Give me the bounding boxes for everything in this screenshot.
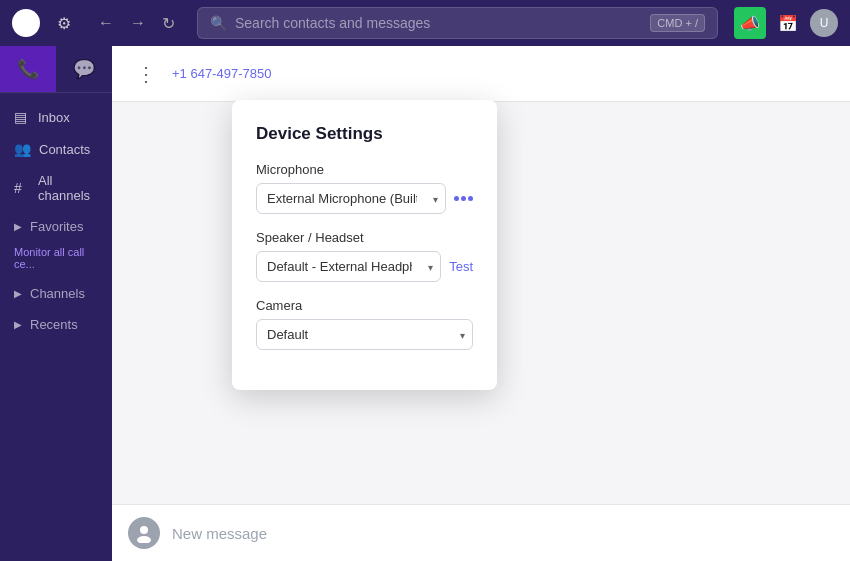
chevron-right-icon: ▶ [14, 221, 22, 232]
calendar-button[interactable]: 📅 [772, 7, 804, 39]
back-button[interactable]: ← [92, 10, 120, 37]
speaker-select[interactable]: Default - External Headphone...DefaultBu… [256, 251, 441, 282]
device-settings-modal: Device Settings Microphone External Micr… [232, 100, 497, 390]
modal-title: Device Settings [256, 124, 473, 144]
microphone-select-wrapper: External Microphone (Built-in)DefaultBui… [256, 183, 446, 214]
topbar-actions: 📣 📅 U [734, 7, 838, 39]
sidebar-item-inbox[interactable]: ▤ Inbox [0, 101, 112, 133]
search-input[interactable] [235, 15, 642, 31]
sidebar-tab-phone[interactable]: 📞 [0, 46, 56, 92]
inbox-icon: ▤ [14, 109, 30, 125]
sidebar-item-label: Inbox [38, 110, 70, 125]
search-bar: 🔍 CMD + / [197, 7, 718, 39]
sidebar-section-channels[interactable]: ▶ Channels [0, 278, 112, 309]
content-area: ⋮ +1 647-497-7850 New message Device Set… [112, 46, 850, 561]
sidebar-item-label: All channels [38, 173, 98, 203]
camera-select[interactable]: DefaultFaceTime HD CameraNone [256, 319, 473, 350]
user-avatar-button[interactable]: U [810, 9, 838, 37]
sidebar-nav: ▤ Inbox 👥 Contacts # All channels ▶ Favo… [0, 93, 112, 561]
test-speaker-link[interactable]: Test [449, 259, 473, 274]
sidebar-section-label: Channels [30, 286, 85, 301]
speaker-label: Speaker / Headset [256, 230, 473, 245]
sidebar: 📞 💬 ▤ Inbox 👥 Contacts # All channels ▶ … [0, 46, 112, 561]
app-logo [12, 9, 40, 37]
microphone-select[interactable]: External Microphone (Built-in)DefaultBui… [256, 183, 446, 214]
nav-controls: ← → ↻ [92, 10, 181, 37]
main-layout: 📞 💬 ▤ Inbox 👥 Contacts # All channels ▶ … [0, 46, 850, 561]
sidebar-item-all-channels[interactable]: # All channels [0, 165, 112, 211]
microphone-row: External Microphone (Built-in)DefaultBui… [256, 183, 473, 214]
sidebar-section-label: Favorites [30, 219, 83, 234]
settings-button[interactable]: ⚙ [48, 7, 80, 39]
camera-label: Camera [256, 298, 473, 313]
refresh-button[interactable]: ↻ [156, 10, 181, 37]
chevron-right-icon: ▶ [14, 319, 22, 330]
forward-button[interactable]: → [124, 10, 152, 37]
camera-row: DefaultFaceTime HD CameraNone ▾ [256, 319, 473, 350]
camera-select-wrapper: DefaultFaceTime HD CameraNone ▾ [256, 319, 473, 350]
hash-icon: # [14, 180, 30, 196]
topbar: ⚙ ← → ↻ 🔍 CMD + / 📣 📅 U [0, 0, 850, 46]
speaker-row: Default - External Headphone...DefaultBu… [256, 251, 473, 282]
message-icon: 💬 [73, 58, 95, 80]
monitor-link[interactable]: Monitor all call ce... [0, 242, 112, 278]
sidebar-tab-messages[interactable]: 💬 [56, 46, 112, 92]
search-icon: 🔍 [210, 15, 227, 31]
keyboard-shortcut: CMD + / [650, 14, 705, 32]
sidebar-item-contacts[interactable]: 👥 Contacts [0, 133, 112, 165]
contacts-icon: 👥 [14, 141, 31, 157]
sidebar-section-label: Recents [30, 317, 78, 332]
phone-icon: 📞 [17, 58, 39, 80]
modal-overlay: Device Settings Microphone External Micr… [112, 46, 850, 561]
sidebar-tabs: 📞 💬 [0, 46, 112, 93]
speaker-select-wrapper: Default - External Headphone...DefaultBu… [256, 251, 441, 282]
sidebar-section-favorites[interactable]: ▶ Favorites [0, 211, 112, 242]
microphone-options-dots[interactable] [454, 196, 473, 201]
sidebar-item-label: Contacts [39, 142, 90, 157]
sidebar-section-recents[interactable]: ▶ Recents [0, 309, 112, 340]
microphone-label: Microphone [256, 162, 473, 177]
chevron-right-icon: ▶ [14, 288, 22, 299]
megaphone-button[interactable]: 📣 [734, 7, 766, 39]
